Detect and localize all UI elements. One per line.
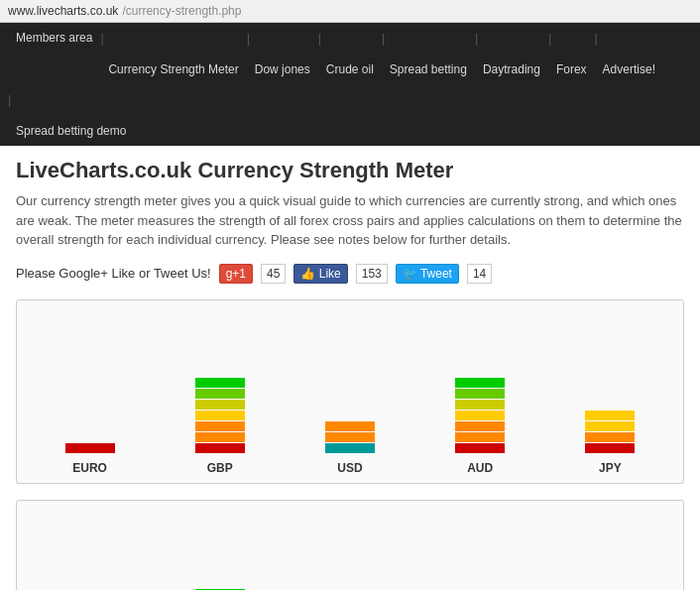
tweet-count: 14 bbox=[467, 264, 492, 284]
nav-item-daytrading[interactable]: Daytrading bbox=[475, 55, 548, 84]
tweet-button[interactable]: 🐦 Tweet bbox=[396, 264, 459, 284]
currency-item-nzd: NZD bbox=[180, 578, 260, 591]
bar-segment bbox=[325, 421, 375, 431]
bar-segment bbox=[195, 578, 245, 588]
main-content: LiveCharts.co.uk Currency Strength Meter… bbox=[0, 146, 700, 590]
bar-segment bbox=[455, 432, 505, 442]
nav-item-advertise![interactable]: Advertise! bbox=[595, 55, 663, 84]
currency-label: EURO bbox=[72, 461, 107, 475]
fb-like-button[interactable]: 👍 Like bbox=[293, 264, 347, 284]
currency-label: USD bbox=[337, 461, 362, 475]
bar-segment bbox=[195, 443, 245, 453]
bar-segment bbox=[455, 400, 505, 410]
currency-item-dkk: DKK bbox=[570, 578, 649, 591]
bar-segment bbox=[195, 389, 245, 399]
currency-item-jpy: JPY bbox=[570, 378, 649, 475]
bar-segment bbox=[585, 389, 635, 399]
bar-stack-gbp bbox=[195, 378, 245, 453]
nav-item-forex[interactable]: Forex bbox=[548, 55, 595, 84]
gplus-count: 45 bbox=[261, 264, 286, 284]
bar-stack-nzd bbox=[195, 578, 245, 591]
currency-item-cad: CAD bbox=[310, 578, 390, 591]
currency-item-gbp: GBP bbox=[180, 378, 260, 475]
bar-segment bbox=[455, 411, 505, 420]
social-prompt: Please Google+ Like or Tweet Us! bbox=[16, 266, 211, 281]
bar-segment bbox=[325, 443, 375, 453]
currency-item-chf: CHF bbox=[51, 578, 130, 591]
bar-segment bbox=[195, 400, 245, 410]
url-path: /currency-strength.php bbox=[122, 4, 241, 18]
bar-segment bbox=[325, 389, 375, 399]
currency-item-nok: NOK bbox=[440, 578, 520, 591]
bar-stack-chf bbox=[65, 578, 115, 591]
bar-segment bbox=[455, 389, 505, 399]
bar-segment bbox=[195, 421, 245, 431]
currency-row-2: CHFNZDCADNOKDKK bbox=[25, 517, 675, 591]
bar-stack-dkk bbox=[585, 578, 635, 591]
nav-item-spread-betting-demo[interactable]: Spread betting demo bbox=[8, 116, 134, 146]
bar-stack-euro bbox=[65, 378, 115, 453]
currency-item-euro: EURO bbox=[51, 378, 130, 475]
currency-item-aud: AUD bbox=[440, 378, 520, 475]
nav-item-crude-oil[interactable]: Crude oil bbox=[318, 55, 382, 84]
bar-segment bbox=[195, 411, 245, 420]
social-bar: Please Google+ Like or Tweet Us! g+1 45 … bbox=[16, 264, 684, 284]
bar-segment bbox=[325, 400, 375, 410]
bar-segment bbox=[325, 432, 375, 442]
bar-segment bbox=[585, 411, 635, 420]
nav-item-members-area[interactable]: Members area bbox=[8, 23, 100, 53]
bar-segment bbox=[585, 400, 635, 410]
chart-row-2: CHFNZDCADNOKDKK bbox=[16, 500, 684, 591]
nav-item-currency-strength-meter[interactable]: Currency Strength Meter bbox=[100, 55, 246, 84]
bar-segment bbox=[585, 432, 635, 442]
bar-segment bbox=[585, 443, 635, 453]
bar-segment bbox=[455, 378, 505, 388]
bar-stack-jpy bbox=[585, 378, 635, 453]
bar-stack-usd bbox=[325, 378, 375, 453]
url-domain: www.livecharts.co.uk bbox=[8, 4, 118, 18]
nav-bar: Members areaCurrency Strength MeterDow j… bbox=[0, 23, 700, 146]
currency-label: JPY bbox=[599, 461, 622, 475]
bar-segment bbox=[65, 421, 115, 431]
bar-segment bbox=[325, 411, 375, 420]
bar-segment bbox=[585, 421, 635, 431]
bar-stack-cad bbox=[325, 578, 375, 591]
chart-row-1: EUROGBPUSDAUDJPY bbox=[16, 299, 684, 484]
fb-like-count: 153 bbox=[356, 264, 388, 284]
bar-segment bbox=[325, 378, 375, 388]
currency-row-1: EUROGBPUSDAUDJPY bbox=[25, 316, 675, 475]
bar-segment bbox=[65, 389, 115, 399]
bar-segment bbox=[195, 432, 245, 442]
nav-item-dow-jones[interactable]: Dow jones bbox=[247, 55, 318, 84]
bar-segment bbox=[65, 578, 115, 588]
bar-segment bbox=[455, 578, 505, 588]
address-bar: www.livecharts.co.uk/currency-strength.p… bbox=[0, 0, 700, 23]
bar-segment bbox=[65, 378, 115, 388]
bar-segment bbox=[65, 411, 115, 420]
page-description: Our currency strength meter gives you a … bbox=[16, 191, 684, 250]
bar-segment bbox=[65, 443, 115, 453]
bar-segment bbox=[455, 421, 505, 431]
currency-label: GBP bbox=[207, 461, 233, 475]
bar-segment bbox=[65, 400, 115, 410]
bar-segment bbox=[195, 378, 245, 388]
bar-segment bbox=[455, 443, 505, 453]
nav-item-spread-betting[interactable]: Spread betting bbox=[382, 55, 475, 84]
page-title: LiveCharts.co.uk Currency Strength Meter bbox=[16, 158, 684, 183]
gplus-button[interactable]: g+1 bbox=[219, 264, 253, 284]
bar-segment bbox=[65, 432, 115, 442]
bar-stack-nok bbox=[455, 578, 505, 591]
currency-item-usd: USD bbox=[310, 378, 390, 475]
bar-segment bbox=[585, 578, 635, 588]
currency-label: AUD bbox=[467, 461, 493, 475]
bar-stack-aud bbox=[455, 378, 505, 453]
bar-segment bbox=[585, 378, 635, 388]
bar-segment bbox=[325, 578, 375, 588]
